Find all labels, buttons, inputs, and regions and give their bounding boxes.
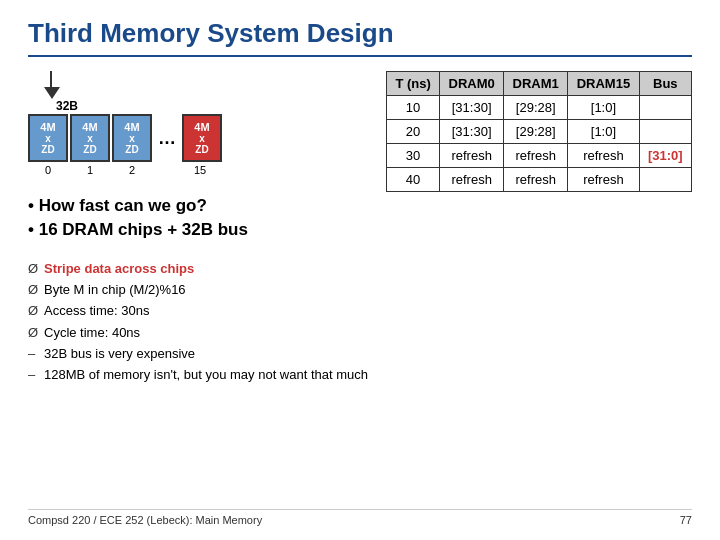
chip-2: 4M x ZD <box>112 114 152 162</box>
right-panel: T (ns) DRAM0 DRAM1 DRAM15 Bus 10 [31:30]… <box>386 71 692 501</box>
chip-2-bot: ZD <box>125 144 138 155</box>
sub-bullet-0-text: Stripe data across chips <box>44 260 194 278</box>
th-dram0: DRAM0 <box>440 72 504 96</box>
chip-0-mid: x <box>45 133 51 144</box>
chip-1-top: 4M <box>82 121 97 133</box>
cell-40-d1: refresh <box>504 168 568 192</box>
cell-10-d1: [29:28] <box>504 96 568 120</box>
cell-20-d15: [1:0] <box>568 120 639 144</box>
cell-40-bus <box>639 168 691 192</box>
cell-10-d0: [31:30] <box>440 96 504 120</box>
slide-title: Third Memory System Design <box>28 18 692 57</box>
cell-30-d15: refresh <box>568 144 639 168</box>
chip-2-top: 4M <box>124 121 139 133</box>
chip-num-1: 1 <box>70 164 110 176</box>
chip-1: 4M x ZD <box>70 114 110 162</box>
th-t: T (ns) <box>387 72 440 96</box>
th-bus: Bus <box>639 72 691 96</box>
cell-30-d1: refresh <box>504 144 568 168</box>
sub-bullet-0: Ø Stripe data across chips <box>28 260 368 278</box>
sub-bullet-5: – 128MB of memory isn't, but you may not… <box>28 366 368 384</box>
cell-30-d0: refresh <box>440 144 504 168</box>
chip-15-top: 4M <box>194 121 209 133</box>
cell-40-t: 40 <box>387 168 440 192</box>
footer: Compsd 220 / ECE 252 (Lebeck): Main Memo… <box>28 509 692 526</box>
sub-bullet-5-marker: – <box>28 366 44 384</box>
ellipsis: … <box>154 128 180 149</box>
cell-40-d0: refresh <box>440 168 504 192</box>
chip-1-mid: x <box>87 133 93 144</box>
table-row-30: 30 refresh refresh refresh [31:0] <box>387 144 692 168</box>
sub-bullet-4: – 32B bus is very expensive <box>28 345 368 363</box>
chip-num-15: 15 <box>180 164 220 176</box>
sub-bullet-2-marker: Ø <box>28 302 44 320</box>
cell-30-t: 30 <box>387 144 440 168</box>
sub-bullet-1: Ø Byte M in chip (M/2)%16 <box>28 281 368 299</box>
table-row-20: 20 [31:30] [29:28] [1:0] <box>387 120 692 144</box>
sub-bullet-5-text: 128MB of memory isn't, but you may not w… <box>44 366 368 384</box>
memory-diagram: 32B 4M x ZD 4M x ZD <box>28 71 368 176</box>
th-dram1: DRAM1 <box>504 72 568 96</box>
sub-bullet-3: Ø Cycle time: 40ns <box>28 324 368 342</box>
chips-container: 4M x ZD 4M x ZD 4M x ZD <box>28 114 222 162</box>
chip-15-mid: x <box>199 133 205 144</box>
sub-bullet-0-marker: Ø <box>28 260 44 278</box>
chip-2-mid: x <box>129 133 135 144</box>
bullets: • How fast can we go? • 16 DRAM chips + … <box>28 196 368 244</box>
table-row-10: 10 [31:30] [29:28] [1:0] <box>387 96 692 120</box>
sub-bullet-1-marker: Ø <box>28 281 44 299</box>
chip-numbers: 0 1 2 15 <box>28 164 220 176</box>
chip-0-top: 4M <box>40 121 55 133</box>
timing-table: T (ns) DRAM0 DRAM1 DRAM15 Bus 10 [31:30]… <box>386 71 692 192</box>
th-dram15: DRAM15 <box>568 72 639 96</box>
cell-10-bus <box>639 96 691 120</box>
chip-0-bot: ZD <box>41 144 54 155</box>
cell-10-d15: [1:0] <box>568 96 639 120</box>
chip-15-bot: ZD <box>195 144 208 155</box>
arrow-down-icon <box>44 87 60 99</box>
sub-bullet-2: Ø Access time: 30ns <box>28 302 368 320</box>
cell-20-t: 20 <box>387 120 440 144</box>
bullet-1: • How fast can we go? <box>28 196 368 216</box>
cell-20-d1: [29:28] <box>504 120 568 144</box>
sub-bullet-2-text: Access time: 30ns <box>44 302 150 320</box>
sub-bullets: Ø Stripe data across chips Ø Byte M in c… <box>28 260 368 387</box>
chip-num-0: 0 <box>28 164 68 176</box>
chip-1-bot: ZD <box>83 144 96 155</box>
bus-label: 32B <box>56 99 78 113</box>
cell-20-d0: [31:30] <box>440 120 504 144</box>
arrow-line <box>50 71 52 87</box>
table-header-row: T (ns) DRAM0 DRAM1 DRAM15 Bus <box>387 72 692 96</box>
bullet-2: • 16 DRAM chips + 32B bus <box>28 220 368 240</box>
chip-15: 4M x ZD <box>182 114 222 162</box>
sub-bullet-3-marker: Ø <box>28 324 44 342</box>
footer-right: 77 <box>680 514 692 526</box>
chip-0: 4M x ZD <box>28 114 68 162</box>
content-area: 32B 4M x ZD 4M x ZD <box>28 71 692 501</box>
sub-bullet-3-text: Cycle time: 40ns <box>44 324 140 342</box>
cell-20-bus <box>639 120 691 144</box>
slide: Third Memory System Design 32B 4M x ZD <box>0 0 720 540</box>
cell-30-bus: [31:0] <box>639 144 691 168</box>
chip-num-2: 2 <box>112 164 152 176</box>
table-row-40: 40 refresh refresh refresh <box>387 168 692 192</box>
footer-left: Compsd 220 / ECE 252 (Lebeck): Main Memo… <box>28 514 262 526</box>
sub-bullet-1-text: Byte M in chip (M/2)%16 <box>44 281 186 299</box>
sub-bullet-4-text: 32B bus is very expensive <box>44 345 195 363</box>
sub-bullet-4-marker: – <box>28 345 44 363</box>
left-panel: 32B 4M x ZD 4M x ZD <box>28 71 368 501</box>
cell-40-d15: refresh <box>568 168 639 192</box>
cell-10-t: 10 <box>387 96 440 120</box>
